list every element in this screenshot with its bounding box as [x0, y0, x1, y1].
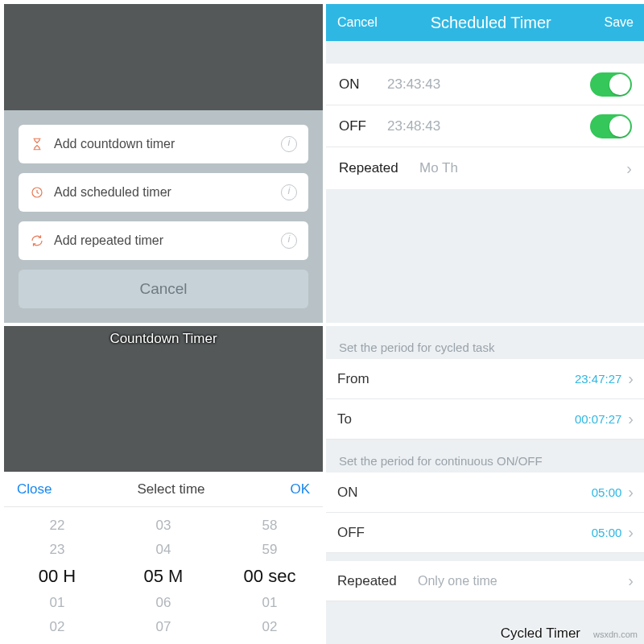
add-scheduled-timer-row[interactable]: Add scheduled timer [19, 173, 308, 212]
repeated-row[interactable]: Repeated Mo Th › [326, 147, 644, 189]
row-value: Mo Th [419, 160, 458, 176]
close-button[interactable]: Close [17, 481, 52, 497]
picker-title: Select time [137, 481, 204, 497]
row-key: Repeated [339, 160, 419, 176]
schedule-list: ON 23:43:43 OFF 23:48:43 Repeated Mo Th … [326, 64, 644, 189]
chevron-right-icon: › [626, 159, 632, 178]
chevron-right-icon: › [628, 369, 634, 388]
watermark: wsxdn.com [593, 630, 638, 639]
cycled-timer-pane: Set the period for cycled task From 23:4… [324, 324, 644, 644]
add-repeated-timer-row[interactable]: Add repeated timer [19, 221, 308, 260]
row-key: OFF [339, 118, 387, 134]
row-label: Add repeated timer [54, 233, 281, 248]
seconds-wheel[interactable]: 58 59 00 sec 01 02 [217, 507, 323, 644]
minutes-wheel[interactable]: 03 04 05 M 06 07 [110, 507, 217, 644]
off-time-row[interactable]: OFF 23:48:43 [326, 105, 644, 147]
row-time: 23:48:43 [387, 118, 440, 134]
row-key: ON [339, 76, 387, 93]
countdown-picker-pane: Countdown Timer Close Select time OK 22 … [2, 324, 324, 644]
to-row[interactable]: To 00:07:27 › [326, 399, 644, 440]
add-timer-sheet-pane: Add countdown timer Add scheduled timer … [2, 2, 324, 324]
chevron-right-icon: › [628, 483, 634, 502]
ok-button[interactable]: OK [290, 481, 310, 497]
picker-header: Close Select time OK [4, 472, 323, 507]
page-title: Scheduled Timer [431, 14, 551, 32]
on-time-row[interactable]: ON 23:43:43 [326, 64, 644, 105]
section-continuous: Set the period for continuous ON/OFF [326, 440, 644, 473]
on-duration-row[interactable]: ON 05:00 › [326, 473, 644, 513]
toggle-on[interactable] [590, 72, 632, 97]
chevron-right-icon: › [628, 410, 634, 428]
info-icon[interactable] [281, 233, 297, 249]
row-time: 23:43:43 [387, 76, 440, 93]
navbar: Cancel Scheduled Timer Save [326, 4, 644, 41]
from-row[interactable]: From 23:47:27 › [326, 359, 644, 399]
section-cycled-task: Set the period for cycled task [326, 326, 644, 359]
clock-icon [30, 185, 44, 200]
cancel-button[interactable]: Cancel [19, 270, 308, 308]
toggle-off[interactable] [590, 114, 632, 138]
cancel-button[interactable]: Cancel [337, 15, 378, 30]
reload-icon [30, 233, 44, 248]
caption-cycled: Cycled Timer [501, 625, 580, 642]
time-picker: Close Select time OK 22 23 00 H 01 02 03… [4, 472, 323, 644]
picker-wheels[interactable]: 22 23 00 H 01 02 03 04 05 M 06 07 58 59 … [4, 507, 323, 644]
chevron-right-icon: › [628, 523, 634, 542]
hours-wheel[interactable]: 22 23 00 H 01 02 [4, 507, 110, 644]
off-duration-row[interactable]: OFF 05:00 › [326, 513, 644, 553]
row-label: Add countdown timer [54, 137, 281, 151]
hourglass-icon [30, 137, 44, 151]
add-countdown-timer-row[interactable]: Add countdown timer [19, 125, 308, 163]
action-sheet: Add countdown timer Add scheduled timer … [4, 110, 323, 323]
info-icon[interactable] [281, 184, 297, 200]
chevron-right-icon: › [628, 572, 634, 590]
scheduled-timer-pane: Cancel Scheduled Timer Save ON 23:43:43 … [324, 2, 644, 324]
save-button[interactable]: Save [605, 15, 634, 30]
caption-countdown: Countdown Timer [4, 331, 323, 347]
repeated-row[interactable]: Repeated Only one time › [326, 561, 644, 601]
row-label: Add scheduled timer [54, 185, 281, 200]
info-icon[interactable] [281, 136, 297, 152]
